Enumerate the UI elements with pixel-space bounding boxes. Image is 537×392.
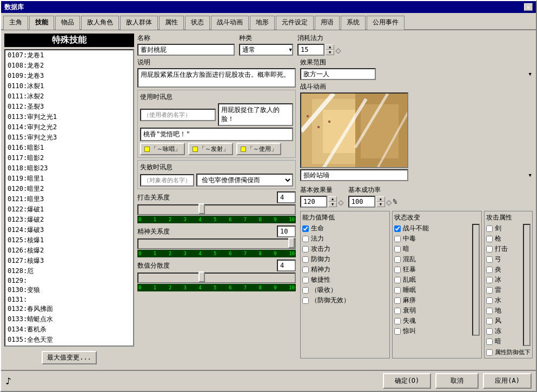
tab-battle-anim[interactable]: 战斗动画 xyxy=(211,16,249,30)
list-item[interactable]: 0112:圣裂3 xyxy=(5,102,133,112)
ability-life-check[interactable] xyxy=(302,225,309,232)
list-item[interactable]: 0115:审判之光3 xyxy=(5,132,133,143)
tab-main-char[interactable]: 主角 xyxy=(3,16,28,30)
list-item[interactable]: 0109:龙卷3 xyxy=(5,71,133,81)
list-item[interactable]: 0124:爆破3 xyxy=(5,225,133,235)
list-item[interactable]: 0125:核爆1 xyxy=(5,235,133,245)
status-weak-check[interactable] xyxy=(394,308,401,314)
attr-freeze-check[interactable] xyxy=(486,328,493,335)
tab-attribute[interactable]: 属性 xyxy=(159,16,184,30)
tab-terminology[interactable]: 用语 xyxy=(315,16,340,30)
scatter-value-input[interactable] xyxy=(277,260,296,271)
ok-button[interactable]: 确定(O) xyxy=(383,373,432,389)
status-poison[interactable]: 中毒 xyxy=(394,234,471,243)
ability-absorb-check[interactable] xyxy=(302,287,309,294)
cancel-button[interactable]: 取消 xyxy=(435,373,479,389)
spirit-slider[interactable] xyxy=(138,240,295,246)
attr-wind[interactable]: 风 xyxy=(486,316,522,325)
list-item[interactable]: 0122:爆破1 xyxy=(5,204,133,215)
list-item[interactable]: 0114:审判之光2 xyxy=(5,122,133,132)
use-msg-extra[interactable]: 桃香"觉悟吧！" xyxy=(140,128,293,141)
list-item[interactable]: 0132:春风拂面 xyxy=(5,304,133,314)
list-item[interactable]: 0136:真信自妻 xyxy=(5,345,133,347)
list-item[interactable]: 0135:全色天堂 xyxy=(5,335,133,345)
attr-freeze[interactable]: 冻 xyxy=(486,327,522,336)
attr-water-check[interactable] xyxy=(486,297,493,304)
hit-slider[interactable] xyxy=(138,205,295,212)
ability-no-def[interactable]: （防御无效） xyxy=(302,296,388,305)
status-battle-disable[interactable]: 战斗不能 xyxy=(394,224,471,233)
status-scream[interactable]: 惊叫 xyxy=(394,327,471,336)
battle-anim-select[interactable]: 损岭呫嗋 xyxy=(300,169,408,181)
tab-enemy-char[interactable]: 敌人角色 xyxy=(81,16,119,30)
status-poison-check[interactable] xyxy=(394,236,401,242)
attr-ice[interactable]: 冰 xyxy=(486,275,522,284)
attr-bow-check[interactable] xyxy=(486,256,493,263)
attr-thunder[interactable]: 雷 xyxy=(486,285,522,295)
list-item[interactable]: 0119:暗里1 xyxy=(5,174,133,184)
attr-ice-check[interactable] xyxy=(486,277,493,283)
attr-fire[interactable]: 炎 xyxy=(486,265,522,274)
attr-wind-check[interactable] xyxy=(486,318,493,324)
ability-mp[interactable]: 法力 xyxy=(302,234,388,243)
status-confuse-check[interactable] xyxy=(394,256,401,263)
scatter-slider[interactable] xyxy=(138,274,295,280)
name-input[interactable] xyxy=(137,44,235,56)
status-dark[interactable]: 暗 xyxy=(394,244,471,254)
mp-input[interactable] xyxy=(297,44,324,56)
list-item[interactable]: 0118:暗影23 xyxy=(5,163,133,174)
list-item[interactable]: 0113:审判之光1 xyxy=(5,112,133,122)
mp-spin-down[interactable]: ▼ xyxy=(326,50,334,55)
list-item[interactable]: 0130:变狼 xyxy=(5,285,133,295)
list-item[interactable]: 0129: xyxy=(5,276,133,285)
tab-element-settings[interactable]: 元件设定 xyxy=(276,16,314,30)
attr-defense-down[interactable]: 属性防御低下 xyxy=(486,348,531,356)
type-select[interactable]: 通常 特殊 必杀 xyxy=(239,44,293,56)
list-item[interactable]: 0131: xyxy=(5,295,133,304)
status-berserk-check[interactable] xyxy=(394,267,401,273)
list-item[interactable]: 0134:蓄机杀 xyxy=(5,324,133,335)
status-sleep2[interactable]: 乱眠 xyxy=(394,275,471,284)
close-button[interactable]: ✕ xyxy=(524,3,533,11)
status-lost-soul-check[interactable] xyxy=(394,318,401,324)
attr-scrollbar[interactable] xyxy=(523,224,531,346)
tab-enemy-group[interactable]: 敌人群体 xyxy=(120,16,158,30)
ability-mp-check[interactable] xyxy=(302,236,309,242)
attr-water[interactable]: 水 xyxy=(486,296,522,305)
attr-strike[interactable]: 打击 xyxy=(486,244,522,254)
max-value-button[interactable]: 最大值变更... xyxy=(42,351,97,364)
use-msg-text[interactable]: 用屁股捉住了敌人的脸！ xyxy=(218,103,294,126)
list-item[interactable]: 0133:蜻蜓点水 xyxy=(5,314,133,324)
ability-agility[interactable]: 敏捷性 xyxy=(302,275,388,284)
ability-spirit-check[interactable] xyxy=(302,267,309,273)
status-sleep-check[interactable] xyxy=(394,287,401,294)
ability-attack[interactable]: 攻击力 xyxy=(302,244,388,254)
status-dark-check[interactable] xyxy=(394,246,401,253)
mp-spin-up[interactable]: ▲ xyxy=(326,44,334,50)
apply-button[interactable]: 应用(A) xyxy=(483,373,532,389)
tab-item[interactable]: 物品 xyxy=(55,16,80,30)
list-item[interactable]: 0108:龙卷2 xyxy=(5,61,133,71)
base-effect-input[interactable] xyxy=(300,196,327,208)
attr-spear-check[interactable] xyxy=(486,236,493,242)
ability-defense[interactable]: 防御力 xyxy=(302,255,388,264)
attr-sword-check[interactable] xyxy=(486,225,493,232)
tab-common-events[interactable]: 公用事件 xyxy=(367,16,405,30)
list-item[interactable]: 0107:龙卷1 xyxy=(5,50,133,61)
tab-system[interactable]: 系统 xyxy=(341,16,366,30)
base-effect-up[interactable]: ▲ xyxy=(328,196,337,202)
trigger-use-btn[interactable]: 「～使用」 xyxy=(236,143,281,155)
base-success-down[interactable]: ▼ xyxy=(376,202,385,207)
list-item[interactable]: 0126:核爆2 xyxy=(5,245,133,256)
attr-dark[interactable]: 暗 xyxy=(486,337,522,346)
attr-dark-check[interactable] xyxy=(486,338,493,345)
status-berserk[interactable]: 狂暴 xyxy=(394,265,471,274)
attr-fire-check[interactable] xyxy=(486,267,493,273)
hit-value-input[interactable] xyxy=(277,191,296,203)
trigger-chant-btn[interactable]: 「～咏唱」 xyxy=(140,143,185,155)
ability-no-def-check[interactable] xyxy=(302,297,309,304)
list-item[interactable]: 0127:核爆3 xyxy=(5,256,133,266)
attr-earth[interactable]: 地 xyxy=(486,306,522,315)
list-item[interactable]: 0117:暗影2 xyxy=(5,153,133,163)
attr-thunder-check[interactable] xyxy=(486,287,493,294)
